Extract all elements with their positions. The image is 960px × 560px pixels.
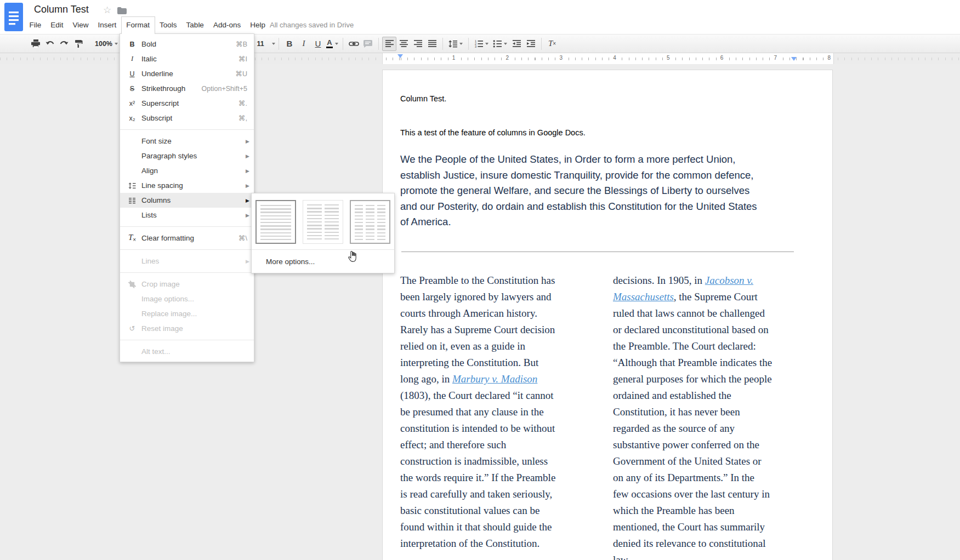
menu-item-columns[interactable]: Columns▶ [120,193,254,208]
folder-icon[interactable] [117,7,127,16]
text-line: “Although that Preamble indicates the [613,355,772,371]
text-line: Government of the United States or [613,453,772,470]
text-line: be presumed that any clause in the [400,404,555,420]
menu-item-line-spacing[interactable]: Line spacing▶ [120,178,254,193]
menu-item-bold[interactable]: BBold⌘B [120,37,254,52]
document-page[interactable]: Column Test. This a test of the feature … [382,70,833,560]
ruler-inch-label: 7 [773,55,779,61]
more-options-item[interactable]: More options... [252,250,394,273]
text-line: found within it that should guide the [400,519,555,535]
right-indent-marker[interactable] [791,57,797,61]
reset-image-icon: ↺ [127,324,138,333]
menu-item-paragraph-styles[interactable]: Paragraph styles▶ [120,148,254,163]
toolbar-separator [468,38,469,50]
column-option-one-column[interactable] [255,200,296,244]
text-line: or declared unconstitutional based on [613,322,772,338]
font-size-select[interactable]: 11 [257,37,275,51]
column-option-two-columns[interactable] [303,200,343,244]
menu-item-label: Reset image [141,324,249,333]
menu-item-label: Image options... [141,295,249,303]
insert-link-button[interactable] [346,37,361,51]
menu-item-strikethrough[interactable]: SStrikethroughOption+Shift+5 [120,81,254,96]
menu-addons[interactable]: Add-ons [208,16,245,33]
print-button[interactable] [29,37,43,51]
submenu-arrow-icon: ▶ [246,213,249,218]
ruler-inch-label: 8 [826,55,832,61]
hyperlink[interactable]: Jacobson v. [705,275,753,286]
menu-shortcut: ⌘. [238,99,247,107]
text-line: decisions. In 1905, in Jacobson v. [613,272,772,289]
columns-submenu: More options... [251,193,395,273]
redo-button[interactable] [57,37,71,51]
star-icon[interactable]: ☆ [103,4,111,16]
menu-tools[interactable]: Tools [155,16,182,33]
menu-format[interactable]: Format [121,16,155,34]
horizontal-rule [401,252,794,252]
menu-item-italic[interactable]: IItalic⌘I [120,52,254,66]
left-indent-marker[interactable] [397,54,403,58]
menu-insert[interactable]: Insert [93,16,121,33]
insert-comment-button[interactable] [361,37,375,51]
menu-item-align[interactable]: Align▶ [120,163,254,178]
submenu-arrow-icon: ▶ [246,153,249,159]
align-center-button[interactable] [396,37,411,51]
menu-separator [120,272,254,273]
toolbar-separator [279,38,279,50]
menu-table[interactable]: Table [181,16,208,33]
toolbar-separator [442,38,443,50]
submenu-arrow-icon: ▶ [246,168,249,174]
menu-item-superscript[interactable]: x²Superscript⌘. [120,96,254,111]
menu-item-label: Subscript [141,114,238,122]
decrease-indent-button[interactable] [509,37,524,51]
italic-button[interactable]: I [297,37,311,51]
clear-formatting-button[interactable]: T× [545,37,559,51]
text-segment: , the Supreme Court [674,291,758,302]
increase-indent-button[interactable] [524,37,538,51]
header: Column Test ☆ FileEditViewInsertFormatTo… [0,0,960,34]
align-right-button[interactable] [411,37,425,51]
text-line: (1803), the Court declared “it cannot [400,387,555,404]
text-line: regarded as the source of any [613,420,772,437]
menu-shortcut: ⌘, [238,114,247,122]
column-option-three-columns[interactable] [350,200,390,244]
hyperlink[interactable]: Marbury v. Madison [452,373,537,385]
menu-view[interactable]: View [68,16,93,33]
menu-item-clear-formatting[interactable]: T×Clear formatting⌘\ [120,231,254,245]
underline-button[interactable]: U [311,37,325,51]
text-line: which the Preamble has been [613,502,772,519]
text-color-button[interactable]: A [325,37,339,51]
align-left-button[interactable] [382,37,396,51]
menu-file[interactable]: File [25,16,46,33]
menu-item-underline[interactable]: UUnderline⌘U [120,66,254,81]
justify-button[interactable] [425,37,439,51]
line-spacing-button[interactable] [446,37,465,51]
text-line: relied on it, even as a guide in [400,338,555,355]
bold-button[interactable]: B [282,37,297,51]
hyperlink[interactable]: Massachusetts [613,291,674,302]
text-line: effect; and therefore such [400,437,555,453]
docs-logo-icon[interactable] [4,3,23,33]
menu-item-label: Clear formatting [141,234,238,242]
clear-formatting-icon: T× [127,233,138,243]
paint-format-button[interactable] [71,37,86,51]
menu-item-alt-text: Alt text... [120,344,254,359]
line-spacing-icon [127,182,138,190]
text-line: the Preamble. The Court declared: [613,338,772,355]
document-title[interactable]: Column Test [34,4,89,15]
menu-edit[interactable]: Edit [46,16,68,33]
menu-item-subscript[interactable]: x₂Subscript⌘, [120,111,254,125]
numbered-list-button[interactable]: 123 [472,37,491,51]
bulleted-list-button[interactable] [491,37,509,51]
menu-item-label: Bold [141,40,236,48]
google-docs-window: Column Test ☆ FileEditViewInsertFormatTo… [0,0,960,560]
undo-button[interactable] [43,37,57,51]
column-options-row [252,193,394,249]
menu-item-lists[interactable]: Lists▶ [120,208,254,222]
text-line: Rarely has a Supreme Court decision [400,322,555,338]
zoom-select[interactable]: 100% [94,37,118,51]
pointer-cursor [347,250,359,265]
text-line: basic constitutional values can be [400,502,555,519]
menu-help[interactable]: Help [246,16,270,33]
menu-item-label: Line spacing [141,181,243,190]
menu-item-font-size[interactable]: Font size▶ [120,134,254,148]
